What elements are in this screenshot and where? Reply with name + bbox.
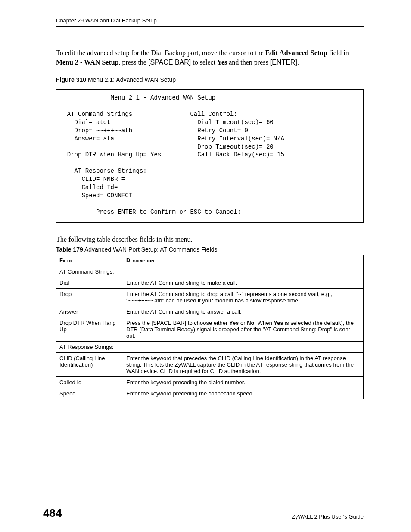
field-name: CLID (Calling Line Identification) [56, 352, 123, 376]
field-desc: Enter the AT Command string to answer a … [123, 306, 364, 317]
table-label: Table 179 [56, 246, 83, 253]
table-row: Speed Enter the keyword preceding the co… [56, 388, 364, 399]
table-head-description: Description [123, 255, 364, 266]
table-row: AT Command Strings: [56, 266, 364, 277]
table-head-field: Field [56, 255, 123, 266]
table-row: Dial Enter the AT Command string to make… [56, 277, 364, 288]
table-row: Called Id Enter the keyword preceding th… [56, 376, 364, 388]
document-page: Chapter 29 WAN and Dial Backup Setup To … [0, 0, 411, 532]
intro-text: and then press [227, 59, 270, 66]
intro-text: . [297, 59, 299, 66]
figure-caption: Figure 310 Menu 2.1: Advanced WAN Setup [56, 76, 364, 83]
table-row: CLID (Calling Line Identification) Enter… [56, 352, 364, 376]
fields-table: Field Description AT Command Strings: Di… [56, 255, 364, 399]
field-name: Speed [56, 388, 123, 399]
terminal-content: Menu 2.1 - Advanced WAN Setup AT Command… [60, 94, 284, 215]
field-desc: Enter the keyword preceding the dialed n… [123, 376, 364, 388]
running-header: Chapter 29 WAN and Dial Backup Setup [56, 17, 364, 27]
table-row: AT Response Strings: [56, 341, 364, 352]
figure-label: Figure 310 [56, 76, 86, 83]
intro-bold-menu: Menu 2 - WAN Setup [56, 59, 119, 66]
intro-key-enter: [ENTER] [270, 59, 297, 66]
field-desc: Enter the keyword preceding the connecti… [123, 388, 364, 399]
terminal-screenshot: Menu 2.1 - Advanced WAN Setup AT Command… [56, 89, 364, 222]
intro-text: to select [191, 59, 217, 66]
intro-text: field in [327, 49, 349, 56]
intro-text: To edit the advanced setup for the Dial … [56, 49, 265, 56]
intro-bold-edit: Edit Advanced Setup [265, 49, 327, 56]
field-name: Drop [56, 288, 123, 306]
field-desc: Enter the AT Command string to drop a ca… [123, 288, 364, 306]
field-desc: Enter the keyword that precedes the CLID… [123, 352, 364, 376]
field-desc [123, 266, 364, 277]
field-desc [123, 341, 364, 352]
field-name: AT Response Strings: [56, 341, 123, 352]
field-name: Called Id [56, 376, 123, 388]
intro-key-spacebar: [SPACE BAR] [148, 59, 191, 66]
table-row: Drop DTR When Hang Up Press the [SPACE B… [56, 317, 364, 341]
field-name: Dial [56, 277, 123, 288]
figure-title: Menu 2.1: Advanced WAN Setup [86, 76, 176, 83]
table-caption: Table 179 Advanced WAN Port Setup: AT Co… [56, 246, 364, 253]
table-row: Drop Enter the AT Command string to drop… [56, 288, 364, 306]
field-name: Answer [56, 306, 123, 317]
field-desc: Enter the AT Command string to make a ca… [123, 277, 364, 288]
page-footer: 484 ZyWALL 2 Plus User's Guide [0, 504, 411, 520]
table-header-row: Field Description [56, 255, 364, 266]
table-title: Advanced WAN Port Setup: AT Commands Fie… [83, 246, 218, 253]
intro-text: , press the [119, 59, 148, 66]
guide-title: ZyWALL 2 Plus User's Guide [292, 513, 364, 520]
chapter-title: Chapter 29 WAN and Dial Backup Setup [56, 17, 157, 24]
field-name: Drop DTR When Hang Up [56, 317, 123, 341]
intro-paragraph: To edit the advanced setup for the Dial … [56, 48, 364, 67]
intro-bold-yes: Yes [217, 59, 227, 66]
field-desc: Press the [SPACE BAR] to choose either Y… [123, 317, 364, 341]
field-name: AT Command Strings: [56, 266, 123, 277]
table-intro-text: The following table describes fields in … [56, 236, 364, 243]
table-row: Answer Enter the AT Command string to an… [56, 306, 364, 317]
page-number: 484 [43, 507, 62, 520]
